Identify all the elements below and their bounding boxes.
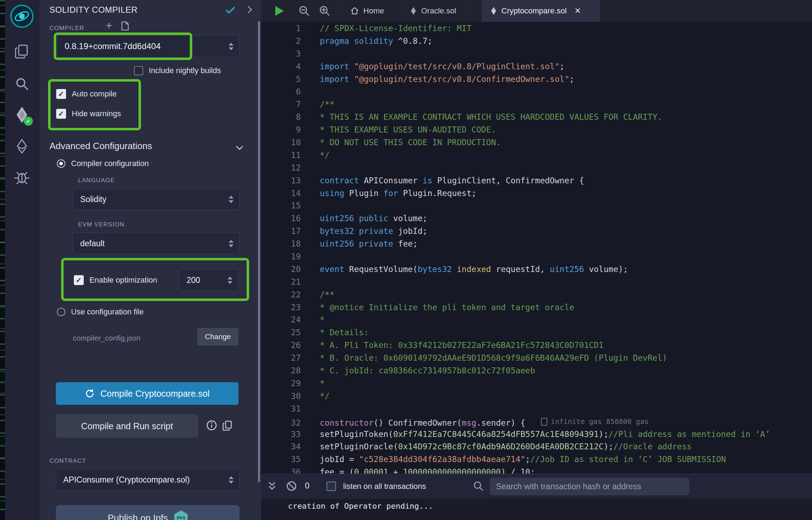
close-tab-icon[interactable]: ✕	[575, 6, 581, 16]
code-line[interactable]: 31	[261, 403, 812, 415]
code-line[interactable]: 36fee = (0.00001 + 10000000000000000000)…	[261, 466, 812, 474]
evm-version-select[interactable]: default	[73, 233, 240, 254]
run-script-play-icon[interactable]	[275, 6, 284, 16]
code-line[interactable]: 27* B. Oracle: 0x6090149792dAAeE9D1D568c…	[261, 352, 812, 365]
remix-logo-icon[interactable]	[10, 4, 34, 28]
listen-transactions-label[interactable]: listen on all transactions	[343, 482, 426, 491]
line-number: 6	[261, 85, 301, 98]
code-line[interactable]: 26* A. Pli Token: 0x33f4212b027E22aF7e6B…	[261, 339, 812, 352]
code-line[interactable]: 35jobId = "c528e384dd304f62a38afdbb4aeae…	[261, 453, 812, 466]
enable-optimization-label[interactable]: Enable optimization	[89, 276, 157, 285]
compile-and-run-button[interactable]: Compile and Run script	[56, 414, 198, 438]
code-line[interactable]: 1// SPDX-License-Identifier: MIT	[261, 22, 812, 35]
code-line[interactable]: 21	[261, 276, 812, 289]
compiler-version-select[interactable]: 0.8.19+commit.7dd6d404	[57, 35, 240, 57]
stepper-arrows-icon	[228, 277, 233, 284]
deploy-run-ethereum-icon[interactable]	[14, 138, 29, 154]
code-line[interactable]: 5import "@goplugin/test/src/v0.8/Confirm…	[261, 73, 812, 86]
compiler-doc-icon[interactable]	[121, 21, 129, 31]
code-line[interactable]: 8* THIS IS AN EXAMPLE CONTRACT WHICH USE…	[261, 111, 812, 124]
line-number: 16	[261, 212, 301, 225]
code-line[interactable]: 13contract APIConsumer is PluginClient, …	[261, 175, 812, 187]
clear-console-icon[interactable]	[286, 480, 297, 492]
ipfs-logo-icon: IPFS	[174, 510, 188, 520]
code-line[interactable]: 22/**	[261, 289, 812, 301]
code-line[interactable]: 19	[261, 250, 812, 263]
gas-estimate-annotation: infinite gas 858800 gas	[541, 415, 649, 428]
hide-warnings-checkbox[interactable]: ✓	[56, 109, 66, 119]
evm-version-label: EVM VERSION	[78, 221, 124, 228]
terminal-expand-chevrons-icon[interactable]	[267, 480, 277, 492]
optimization-runs-value: 200	[187, 276, 200, 285]
code-line[interactable]: 16uint256 public volume;	[261, 212, 812, 225]
compiler-configuration-radio[interactable]	[57, 159, 65, 168]
contract-select[interactable]: APIConsumer (Cryptocompare.sol)	[56, 469, 240, 491]
code-line[interactable]: 7/**	[261, 98, 812, 111]
optimization-runs-stepper[interactable]: 200	[179, 269, 239, 291]
code-line[interactable]: 15	[261, 200, 812, 212]
solidity-compiler-icon[interactable]: ✓	[14, 106, 30, 124]
enable-optimization-row: ✓ Enable optimization	[74, 275, 157, 285]
code-line[interactable]: 2pragma solidity ^0.8.7;	[261, 35, 812, 48]
code-line[interactable]: 20event RequestVolume(bytes32 indexed re…	[261, 263, 812, 276]
include-nightly-checkbox[interactable]	[134, 66, 143, 75]
code-line[interactable]: 29*	[261, 377, 812, 390]
change-config-button[interactable]: Change	[197, 328, 239, 345]
code-line[interactable]: 3	[261, 48, 812, 60]
code-line[interactable]: 9* THIS EXAMPLE USES UN-AUDITED CODE.	[261, 124, 812, 136]
code-line[interactable]: 28* C. jobId: ca98366cc7314957b8c012c72f…	[261, 365, 812, 377]
file-explorer-icon[interactable]	[14, 44, 29, 59]
terminal-header: 0 listen on all transactions	[261, 474, 812, 499]
debugger-bug-icon[interactable]	[14, 170, 30, 184]
compile-button[interactable]: Compile Cryptocompare.sol	[56, 382, 239, 405]
language-select[interactable]: Solidity	[73, 189, 240, 210]
code-line[interactable]: 14using Plugin for Plugin.Request;	[261, 187, 812, 200]
code-line[interactable]: 17bytes32 private jobId;	[261, 225, 812, 238]
code-line[interactable]: 34setPluginOracle(0x14D972c9Bc87cf0Adb9A…	[261, 441, 812, 453]
code-line[interactable]: 11*/	[261, 149, 812, 162]
enable-optimization-checkbox[interactable]: ✓	[74, 275, 84, 285]
terminal-search-input[interactable]	[490, 478, 689, 495]
include-nightly-label[interactable]: Include nightly builds	[149, 66, 221, 75]
code-line[interactable]: 32constructor() ConfirmedOwner(msg.sende…	[261, 415, 812, 428]
tab-oracle-sol[interactable]: Oracle.sol	[402, 0, 470, 22]
hide-warnings-row: ✓ Hide warnings	[56, 109, 121, 119]
tab-home[interactable]: Home	[342, 0, 392, 22]
zoom-in-icon[interactable]	[318, 5, 331, 17]
publish-ipfs-button[interactable]: Publish on Ipfs IPFS	[56, 505, 240, 520]
code-line[interactable]: 10* DO NOT USE THIS CODE IN PRODUCTION.	[261, 136, 812, 149]
hide-warnings-label[interactable]: Hide warnings	[72, 109, 121, 118]
line-number: 36	[261, 466, 301, 474]
use-config-file-radio[interactable]	[57, 308, 65, 316]
tab-oracle-label: Oracle.sol	[421, 6, 456, 16]
search-icon[interactable]	[14, 76, 29, 91]
select-arrows-icon	[229, 476, 234, 484]
side-panel-scrollbar[interactable]	[258, 21, 260, 482]
code-line[interactable]: 23* @notice Initialize the pli token and…	[261, 301, 812, 314]
tab-cryptocompare-sol[interactable]: Cryptocompare.sol ✕	[482, 0, 600, 22]
auto-compile-checkbox[interactable]: ✓	[56, 89, 66, 99]
copy-icon[interactable]	[222, 420, 232, 431]
use-config-file-label[interactable]: Use configuration file	[71, 307, 143, 317]
info-icon[interactable]	[206, 420, 217, 431]
code-editor[interactable]: 1// SPDX-License-Identifier: MIT2pragma …	[261, 22, 812, 474]
advanced-configurations-title[interactable]: Advanced Configurations	[49, 141, 152, 152]
code-line[interactable]: 24*	[261, 314, 812, 326]
editor-tab-bar: Home Oracle.sol Cryptocompare.sol ✕	[261, 0, 812, 22]
code-line[interactable]: 12	[261, 162, 812, 175]
code-line[interactable]: 18uint256 private fee;	[261, 238, 812, 250]
code-line[interactable]: 33setPluginToken(0xFf7412Ea7C8445C46a825…	[261, 428, 812, 441]
code-line[interactable]: 25* Details:	[261, 326, 812, 339]
code-line[interactable]: 30*/	[261, 390, 812, 403]
add-compiler-icon[interactable]: +	[106, 20, 112, 31]
listen-transactions-checkbox[interactable]	[326, 481, 336, 491]
panel-collapse-chevron-icon[interactable]	[245, 5, 254, 14]
code-line[interactable]: 6	[261, 85, 812, 98]
code-line[interactable]: 4import "@goplugin/test/src/v0.8/PluginC…	[261, 60, 812, 73]
advanced-chevron-down-icon[interactable]	[235, 143, 245, 153]
auto-compile-label[interactable]: Auto compile	[72, 89, 117, 99]
line-number: 20	[261, 263, 301, 276]
compiler-configuration-label[interactable]: Compiler configuration	[71, 159, 149, 168]
zoom-out-icon[interactable]	[298, 5, 311, 17]
solidity-compiler-panel: SOLIDITY COMPILER COMPILER + 0.8.19+comm…	[39, 0, 261, 520]
